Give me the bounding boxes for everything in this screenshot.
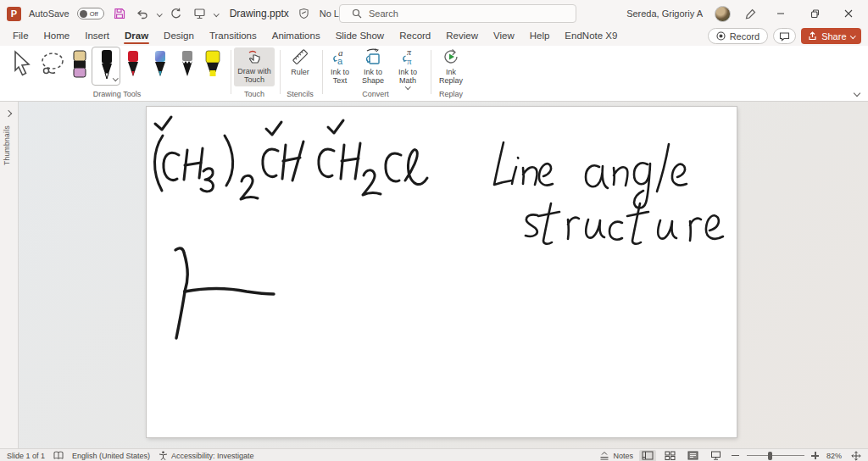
- ink-replay-icon: [442, 47, 460, 66]
- ink-to-shape-button[interactable]: Ink to Shape: [358, 47, 388, 85]
- comments-button[interactable]: [773, 28, 796, 44]
- pen-black-button-selected[interactable]: [92, 47, 120, 86]
- ink-formula-strokes[interactable]: [154, 117, 427, 199]
- minimize-button[interactable]: [770, 4, 792, 23]
- tab-design[interactable]: Design: [156, 28, 202, 45]
- restore-button[interactable]: [804, 4, 826, 23]
- search-input[interactable]: Search: [339, 4, 576, 23]
- search-icon: [352, 8, 362, 19]
- user-avatar[interactable]: [715, 6, 731, 22]
- zoom-out-button[interactable]: [731, 450, 741, 461]
- ink-sketch-line-angle[interactable]: [175, 248, 274, 338]
- ink-to-math-chevron-icon: [405, 84, 410, 89]
- undo-button[interactable]: [135, 6, 150, 21]
- view-slideshow-button[interactable]: [708, 450, 725, 461]
- present-from-beginning-button[interactable]: [192, 6, 207, 21]
- expand-thumbnails-chevron-icon[interactable]: [5, 110, 12, 117]
- highlighter-yellow-icon: [203, 50, 222, 81]
- accessibility-status[interactable]: Accessibility: Investigate: [159, 451, 254, 460]
- zoom-slider[interactable]: [747, 455, 804, 457]
- spelling-book-icon[interactable]: [53, 451, 64, 460]
- zoom-percentage[interactable]: 82%: [826, 452, 842, 460]
- ink-to-math-button[interactable]: π π Ink to Math: [392, 47, 424, 89]
- draw-with-touch-label: Draw with Touch: [234, 67, 275, 84]
- select-tool-button[interactable]: [11, 50, 33, 77]
- view-reading-button[interactable]: [685, 450, 702, 461]
- ink-caption-strokes-line2[interactable]: [526, 203, 723, 244]
- close-icon: [844, 9, 853, 18]
- record-icon: [716, 31, 726, 41]
- accessibility-icon: [159, 451, 168, 460]
- tab-draw[interactable]: Draw: [117, 28, 156, 45]
- status-bar: Slide 1 of 1 English (United States) Acc…: [0, 448, 868, 461]
- eraser-tool-button[interactable]: [71, 50, 88, 81]
- presentation-screen-icon: [193, 8, 206, 19]
- collapse-ribbon-chevron-icon[interactable]: [854, 90, 860, 97]
- thumbnails-panel-collapsed: Thumbnails: [0, 102, 19, 448]
- share-button[interactable]: Share: [801, 28, 861, 44]
- tab-view[interactable]: View: [486, 28, 522, 45]
- ink-layer: [147, 107, 737, 437]
- group-label-touch: Touch: [234, 90, 275, 98]
- notes-toggle[interactable]: Notes: [599, 451, 633, 460]
- group-label-convert: Convert: [326, 90, 426, 98]
- ink-caption-strokes[interactable]: [494, 142, 687, 208]
- undo-dropdown-chevron-icon[interactable]: [157, 11, 162, 16]
- language-status[interactable]: English (United States): [72, 452, 150, 460]
- zoom-slider-thumb[interactable]: [768, 452, 772, 460]
- zoom-in-button[interactable]: [810, 450, 821, 461]
- record-button[interactable]: Record: [708, 28, 768, 44]
- slide-indicator[interactable]: Slide 1 of 1: [7, 452, 45, 460]
- slide-sorter-icon: [665, 451, 676, 460]
- title-bar: P AutoSave Off: [0, 0, 868, 27]
- share-button-label: Share: [821, 31, 846, 42]
- group-label-replay: Replay: [434, 90, 468, 98]
- autosave-state: Off: [90, 10, 98, 18]
- tab-review[interactable]: Review: [438, 28, 486, 45]
- fit-slide-to-window-button[interactable]: [848, 450, 865, 461]
- ruler-button[interactable]: Ruler: [283, 47, 317, 76]
- tab-help[interactable]: Help: [522, 28, 558, 45]
- pencil-gray-button[interactable]: [179, 50, 196, 81]
- ink-replay-button[interactable]: Ink Replay: [434, 47, 468, 85]
- tab-transitions[interactable]: Transitions: [202, 28, 264, 45]
- pen-red-button[interactable]: [125, 50, 142, 81]
- tab-record[interactable]: Record: [392, 28, 438, 45]
- tab-animations[interactable]: Animations: [264, 28, 328, 45]
- ruler-label: Ruler: [291, 68, 309, 76]
- thumbnails-label[interactable]: Thumbnails: [3, 125, 11, 165]
- document-title[interactable]: Drawing.pptx: [230, 8, 289, 19]
- highlighter-yellow-button[interactable]: [203, 50, 222, 81]
- group-label-drawing-tools: Drawing Tools: [7, 90, 227, 98]
- tab-insert[interactable]: Insert: [77, 28, 117, 45]
- lasso-select-button[interactable]: [39, 52, 66, 77]
- autosave-toggle[interactable]: Off: [77, 8, 104, 19]
- lasso-icon: [39, 52, 66, 77]
- plus-icon: [811, 452, 819, 459]
- ribbon-separator: [231, 50, 231, 94]
- view-slide-sorter-button[interactable]: [662, 450, 679, 461]
- shield-icon: [298, 8, 309, 19]
- view-normal-button[interactable]: [639, 450, 656, 461]
- redo-button[interactable]: [169, 6, 184, 21]
- quick-access-overflow-chevron-icon[interactable]: [214, 11, 219, 16]
- slideshow-view-icon: [710, 451, 721, 460]
- ribbon-separator: [280, 50, 281, 94]
- notes-icon: [599, 451, 609, 460]
- close-button[interactable]: [837, 4, 860, 23]
- ruler-icon: [291, 47, 309, 66]
- ribbon-tab-row: File Home Insert Draw Design Transitions…: [0, 27, 868, 46]
- undo-icon: [136, 8, 148, 19]
- slide-canvas[interactable]: [147, 107, 737, 437]
- powerpoint-logo-icon[interactable]: P: [7, 7, 21, 21]
- tab-slide-show[interactable]: Slide Show: [328, 28, 392, 45]
- save-button[interactable]: [112, 6, 127, 21]
- tab-endnote[interactable]: EndNote X9: [557, 28, 625, 45]
- tab-home[interactable]: Home: [36, 28, 78, 45]
- inking-pen-button[interactable]: [743, 6, 758, 21]
- sensitivity-shield-icon[interactable]: [297, 6, 312, 21]
- pen-galaxy-button[interactable]: [152, 50, 169, 81]
- tab-file[interactable]: File: [5, 28, 36, 45]
- draw-with-touch-button[interactable]: Draw with Touch: [234, 47, 275, 86]
- ink-to-text-button[interactable]: a a Ink to Text: [326, 47, 354, 85]
